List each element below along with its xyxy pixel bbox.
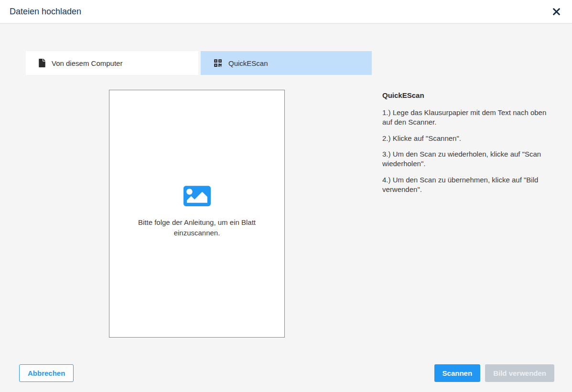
x-icon — [553, 8, 560, 15]
scan-button[interactable]: Scannen — [434, 364, 481, 382]
scan-preview-panel: Bitte folge der Anleitung, um ein Blatt … — [109, 90, 285, 338]
tab-label: Von diesem Computer — [52, 59, 122, 67]
image-icon — [183, 182, 211, 210]
dialog-header: Dateien hochladen — [0, 0, 572, 23]
tab-label: QuickEScan — [228, 59, 268, 67]
instructions-heading: QuickEScan — [382, 91, 550, 99]
instruction-step: 3.) Um den Scan zu wiederholen, klicke a… — [382, 149, 550, 169]
cancel-button[interactable]: Abbrechen — [19, 364, 74, 382]
tab-from-this-computer[interactable]: Von diesem Computer — [26, 51, 198, 75]
file-icon — [39, 59, 45, 67]
instructions-panel: QuickEScan 1.) Lege das Klausurpapier mi… — [382, 91, 550, 201]
qrcode-icon — [214, 59, 222, 67]
dialog-title: Dateien hochladen — [10, 7, 81, 17]
tab-quickescan[interactable]: QuickEScan — [201, 51, 372, 75]
scan-placeholder-text: Bitte folge der Anleitung, um ein Blatt … — [125, 217, 269, 238]
instruction-step: 4.) Um den Scan zu übernehmen, klicke au… — [382, 175, 550, 194]
dialog-footer: Abbrechen Scannen Bild verwenden — [0, 356, 572, 392]
upload-source-tabs: Von diesem Computer QuickEScan — [26, 51, 372, 75]
use-image-button[interactable]: Bild verwenden — [485, 364, 554, 382]
instruction-step: 2.) Klicke auf "Scannen". — [382, 134, 550, 143]
close-button[interactable] — [551, 6, 561, 17]
instruction-step: 1.) Lege das Klausurpapier mit dem Text … — [382, 108, 550, 127]
